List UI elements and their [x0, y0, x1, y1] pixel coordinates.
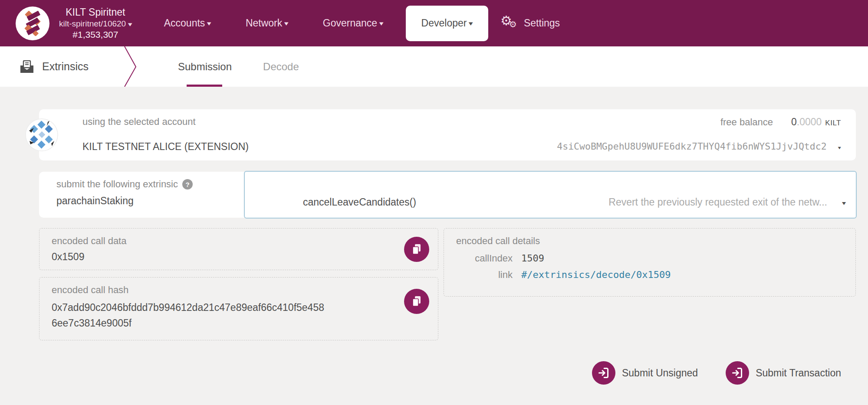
nav-item-developer[interactable]: Developer▾: [406, 6, 488, 41]
settings-button[interactable]: ⚙ ⚙ Settings: [500, 15, 560, 32]
tab-submission[interactable]: Submission: [178, 46, 232, 87]
account-address: 4siCwoBMGpehU8U9WUFE6dkz7THYQ4fib6nWYS1J…: [557, 141, 826, 152]
chain-best-block: #1,353,307: [59, 29, 132, 40]
encoded-right-column: encoded call details callIndex 1509 link…: [444, 228, 856, 297]
method-select[interactable]: cancelLeaveCandidates() Revert the previ…: [244, 171, 857, 219]
call-index-value: 1509: [521, 253, 843, 264]
settings-label: Settings: [524, 17, 560, 29]
kilt-logo-icon: [23, 11, 43, 36]
extrinsic-card: submit the following extrinsic ? paracha…: [39, 172, 856, 218]
copy-icon: [411, 243, 422, 255]
page-content: using the selected account free balance …: [0, 87, 868, 385]
account-name: KILT TESTNET ALICE (EXTENSION): [82, 141, 557, 160]
chain-version: kilt-spiritnet/10620▾: [59, 19, 132, 29]
method-description: Revert the previously requested exit of …: [608, 196, 827, 208]
sign-in-icon: [592, 361, 615, 385]
copy-call-hash-button[interactable]: [404, 289, 429, 314]
pallet-select[interactable]: submit the following extrinsic ? paracha…: [56, 179, 193, 207]
copy-call-data-button[interactable]: [404, 237, 429, 262]
breadcrumb-separator: [123, 46, 140, 87]
chain-name: KILT Spiritnet: [59, 6, 132, 19]
chevron-down-icon: ▾: [128, 20, 132, 29]
account-address-dropdown[interactable]: 4siCwoBMGpehU8U9WUFE6dkz7THYQ4fib6nWYS1J…: [557, 141, 841, 160]
gears-icon: ⚙ ⚙: [500, 15, 519, 32]
chevron-down-icon: ▾: [469, 20, 473, 27]
account-identicon: [25, 118, 58, 151]
call-data-value: 0x1509: [52, 251, 426, 263]
balance-fraction: .0000: [797, 116, 822, 128]
account-label: using the selected account: [82, 116, 557, 136]
nav-item-network[interactable]: Network▾: [228, 0, 306, 46]
call-hash-label: encoded call hash: [52, 284, 426, 296]
main-nav: Accounts▾ Network▾ Governance▾ Developer…: [147, 0, 493, 46]
nav-item-accounts[interactable]: Accounts▾: [147, 0, 228, 46]
chevron-down-icon: ▾: [837, 144, 842, 151]
encoded-call-hash-box: encoded call hash 0x7add90c2046bfddd7b99…: [39, 277, 438, 340]
submit-transaction-label: Submit Transaction: [756, 367, 841, 379]
encoded-call-details-box: encoded call details callIndex 1509 link…: [444, 228, 856, 297]
encoded-call-data-box: encoded call data 0x1509: [39, 228, 438, 270]
mail-icon: [20, 60, 34, 73]
copy-icon: [411, 295, 422, 307]
call-details-label: encoded call details: [456, 235, 843, 247]
balance-integer: 0: [791, 116, 797, 128]
app-header: KILT Spiritnet kilt-spiritnet/10620▾ #1,…: [0, 0, 868, 46]
nav-item-governance[interactable]: Governance▾: [306, 0, 401, 46]
link-label: link: [456, 269, 521, 281]
free-balance: free balance 0 .0000 KILT: [557, 116, 841, 136]
chevron-down-icon: ▾: [842, 199, 846, 206]
sign-in-icon: [726, 361, 749, 385]
kilt-logo[interactable]: [16, 7, 49, 40]
account-selector-card[interactable]: using the selected account free balance …: [39, 109, 856, 160]
section-title: Extrinsics: [0, 46, 130, 87]
tab-bar: Extrinsics Submission Decode: [0, 46, 868, 87]
chevron-down-icon: ▾: [284, 20, 289, 27]
submit-transaction-button[interactable]: Submit Transaction: [726, 361, 841, 385]
tabs: Submission Decode: [178, 46, 330, 87]
call-hash-value: 0x7add90c2046bfddd7b994612da21c47e89eaf6…: [52, 300, 329, 331]
chevron-down-icon: ▾: [207, 20, 211, 27]
call-index-label: callIndex: [456, 253, 521, 264]
submit-unsigned-label: Submit Unsigned: [622, 367, 698, 379]
encoded-left-column: encoded call data 0x1509 encoded call ha…: [39, 228, 438, 340]
help-icon[interactable]: ?: [182, 179, 193, 189]
decode-link[interactable]: #/extrinsics/decode/0x1509: [521, 269, 843, 280]
tab-decode[interactable]: Decode: [263, 46, 299, 87]
actions-row: Submit Unsigned Submit Transaction: [0, 361, 841, 385]
submit-unsigned-button[interactable]: Submit Unsigned: [592, 361, 698, 385]
extrinsic-label: submit the following extrinsic ?: [56, 179, 193, 190]
encoded-row: encoded call data 0x1509 encoded call ha…: [39, 228, 856, 340]
free-balance-label: free balance: [720, 117, 773, 128]
method-value: cancelLeaveCandidates(): [303, 196, 416, 208]
section-label: Extrinsics: [42, 60, 89, 73]
chain-selector[interactable]: KILT Spiritnet kilt-spiritnet/10620▾ #1,…: [59, 6, 132, 40]
pallet-value: parachainStaking: [56, 195, 193, 207]
call-data-label: encoded call data: [52, 235, 426, 247]
chevron-down-icon: ▾: [379, 20, 384, 27]
balance-unit: KILT: [825, 119, 841, 127]
